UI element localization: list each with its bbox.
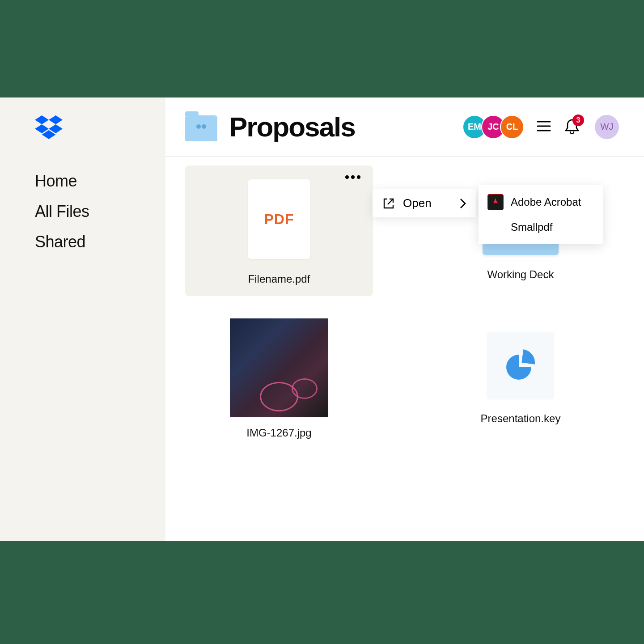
submenu-item-smallpdf[interactable]: Smallpdf — [479, 215, 603, 240]
svg-marker-0 — [35, 115, 49, 124]
sidebar: Home All Files Shared — [0, 97, 165, 541]
app-window: Home All Files Shared Proposals EM JC CL — [0, 97, 644, 541]
user-avatar[interactable]: WJ — [595, 115, 619, 139]
keynote-thumbnail-icon — [487, 332, 554, 399]
open-external-icon — [382, 197, 395, 210]
open-with-submenu: Adobe Acrobat Smallpdf — [479, 185, 603, 244]
pdf-thumbnail-icon: PDF — [248, 179, 310, 259]
main-content: Proposals EM JC CL 3 WJ — [165, 97, 644, 541]
hamburger-menu-icon[interactable] — [537, 120, 551, 134]
context-menu-label: Open — [403, 196, 451, 210]
submenu-item-label: Adobe Acrobat — [511, 196, 581, 208]
file-name: Filename.pdf — [248, 273, 310, 285]
sidebar-item-all-files[interactable]: All Files — [35, 202, 165, 221]
dropbox-logo-icon[interactable] — [35, 115, 165, 141]
file-name: Presentation.key — [481, 412, 561, 425]
sidebar-item-shared[interactable]: Shared — [35, 233, 165, 251]
image-thumbnail — [230, 318, 328, 417]
notifications-button[interactable]: 3 — [564, 118, 580, 136]
submenu-item-acrobat[interactable]: Adobe Acrobat — [479, 190, 603, 215]
file-card-keynote[interactable]: Presentation.key — [427, 305, 614, 450]
submenu-item-label: Smallpdf — [511, 221, 552, 233]
avatar[interactable]: CL — [500, 115, 524, 139]
sidebar-item-home[interactable]: Home — [35, 172, 165, 191]
more-options-icon[interactable] — [345, 175, 360, 179]
file-name: IMG-1267.jpg — [246, 427, 311, 439]
adobe-acrobat-icon — [487, 194, 504, 210]
file-name: Working Deck — [487, 268, 554, 281]
page-title: Proposals — [229, 111, 462, 143]
pdf-label: PDF — [264, 211, 294, 228]
file-card-image[interactable]: IMG-1267.jpg — [185, 305, 373, 450]
chevron-right-icon — [459, 198, 466, 209]
smallpdf-icon — [487, 219, 504, 235]
file-grid: PDF Filename.pdf Working Deck IMG-1267.j… — [165, 165, 644, 450]
svg-marker-1 — [49, 115, 63, 124]
notification-badge: 3 — [572, 114, 584, 126]
header: Proposals EM JC CL 3 WJ — [165, 111, 644, 157]
collaborator-avatars[interactable]: EM JC CL — [462, 115, 524, 139]
file-card-pdf[interactable]: PDF Filename.pdf — [185, 165, 373, 296]
pie-chart-icon — [506, 351, 535, 380]
shared-folder-icon — [185, 115, 217, 141]
context-menu-open[interactable]: Open — [373, 189, 476, 217]
